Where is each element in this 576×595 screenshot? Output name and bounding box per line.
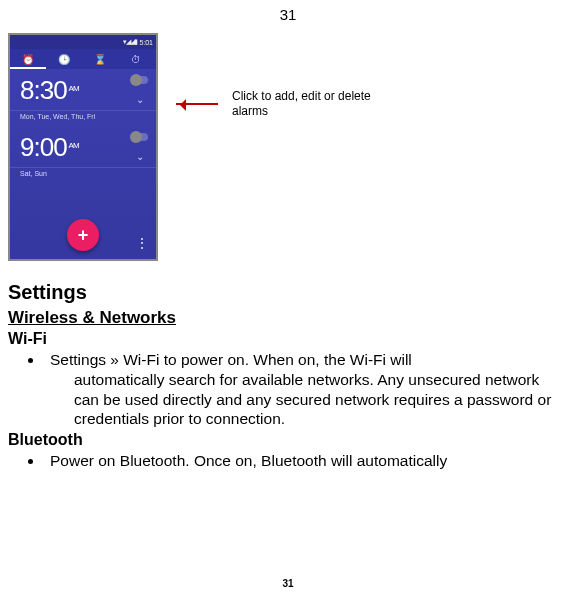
heading-wifi: Wi-Fi xyxy=(8,330,568,348)
alarm-2-time-value: 9:00 xyxy=(20,132,67,162)
alarm-1-days: Mon, Tue, Wed, Thu, Fri xyxy=(10,113,156,120)
alarm-1-time-value: 8:30 xyxy=(20,75,67,105)
figure-row: ▾◢◢▮ 5:01 ⏰ 🕒 ⌛ ⏱ 8:30AM ⌄ Mon, Tue, Wed… xyxy=(0,33,576,261)
heading-wireless-networks: Wireless & Networks xyxy=(8,308,568,328)
chevron-down-icon[interactable]: ⌄ xyxy=(136,94,144,105)
alarm-2-toggle[interactable] xyxy=(132,133,148,141)
signal-icon: ▾◢◢▮ xyxy=(123,38,137,46)
wifi-bullet: Settings » Wi-Fi to power on. When on, t… xyxy=(44,350,568,429)
page-number-bottom: 31 xyxy=(0,578,576,589)
phone-screenshot: ▾◢◢▮ 5:01 ⏰ 🕒 ⌛ ⏱ 8:30AM ⌄ Mon, Tue, Wed… xyxy=(8,33,158,261)
status-bar: ▾◢◢▮ 5:01 xyxy=(10,35,156,49)
arrow-left-icon xyxy=(176,103,218,105)
page-number-top: 31 xyxy=(0,0,576,33)
chevron-down-icon[interactable]: ⌄ xyxy=(136,151,144,162)
alarm-2-controls: ⌄ xyxy=(132,133,148,162)
alarm-2-ampm: AM xyxy=(69,141,79,150)
heading-settings: Settings xyxy=(8,281,568,304)
timer-tab-icon[interactable]: ⌛ xyxy=(82,54,118,65)
status-time: 5:01 xyxy=(139,39,153,46)
tab-bar: ⏰ 🕒 ⌛ ⏱ xyxy=(10,49,156,69)
alarm-1-ampm: AM xyxy=(69,84,79,93)
alarm-1-time: 8:30AM xyxy=(20,75,79,106)
wifi-bullet-firstline: Settings » Wi-Fi to power on. When on, t… xyxy=(50,351,412,368)
alarm-tab-icon[interactable]: ⏰ xyxy=(10,54,46,65)
alarm-row-1[interactable]: 8:30AM ⌄ xyxy=(10,69,156,111)
alarm-1-controls: ⌄ xyxy=(132,76,148,105)
bluetooth-bullet: Power on Bluetooth. Once on, Bluetooth w… xyxy=(44,451,568,471)
fab-row: + xyxy=(10,219,156,251)
tab-underline xyxy=(10,67,46,69)
alarm-1-toggle[interactable] xyxy=(132,76,148,84)
overflow-menu-icon[interactable]: ⋮ xyxy=(136,241,148,245)
alarm-row-2[interactable]: 9:00AM ⌄ xyxy=(10,126,156,168)
alarm-2-time: 9:00AM xyxy=(20,132,79,163)
bluetooth-list: Power on Bluetooth. Once on, Bluetooth w… xyxy=(8,451,568,471)
add-alarm-fab[interactable]: + xyxy=(67,219,99,251)
alarm-2-days: Sat, Sun xyxy=(10,170,156,177)
clock-tab-icon[interactable]: 🕒 xyxy=(46,54,82,65)
wifi-bullet-rest: automatically search for available netwo… xyxy=(50,370,568,429)
wifi-list: Settings » Wi-Fi to power on. When on, t… xyxy=(8,350,568,429)
heading-bluetooth: Bluetooth xyxy=(8,431,568,449)
arrow-caption: Click to add, edit or delete alarms xyxy=(176,89,392,119)
stopwatch-tab-icon[interactable]: ⏱ xyxy=(118,54,154,65)
caption-text: Click to add, edit or delete alarms xyxy=(232,89,392,119)
document-body: Settings Wireless & Networks Wi-Fi Setti… xyxy=(0,261,576,471)
